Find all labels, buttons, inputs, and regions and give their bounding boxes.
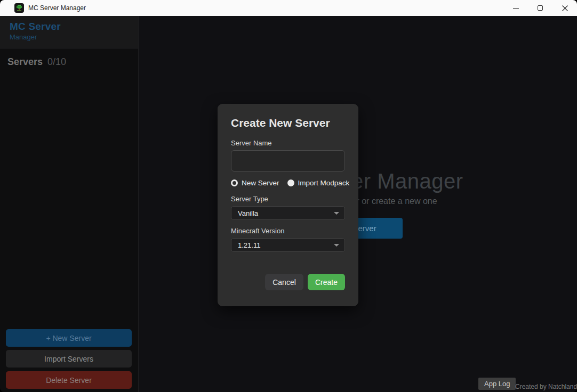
cancel-button[interactable]: Cancel [265, 274, 303, 290]
close-button[interactable] [552, 0, 577, 16]
app-window: MC Server Manager MC Server Manager Serv… [0, 0, 577, 392]
sidebar-import-servers-button[interactable]: Import Servers [6, 350, 132, 368]
maximize-button[interactable] [528, 0, 552, 16]
window-controls [503, 0, 577, 16]
radio-unselected-icon [287, 179, 294, 186]
credit-text: Created by Natchland [515, 383, 577, 390]
servers-header: Servers 0/10 [7, 56, 66, 68]
server-type-select[interactable]: Vanilla [231, 206, 345, 220]
minecraft-version-value: 1.21.11 [238, 241, 334, 249]
sidebar-delete-server-button[interactable]: Delete Server [6, 371, 132, 389]
radio-new-server-label: New Server [242, 179, 279, 187]
minecraft-version-select[interactable]: 1.21.11 [231, 238, 345, 252]
create-server-dialog: Create New Server Server Name New Server… [218, 104, 358, 306]
app-icon [14, 3, 24, 13]
window-title: MC Server Manager [28, 0, 86, 16]
app-logo-line2: Manager [10, 33, 138, 41]
minimize-button[interactable] [503, 0, 528, 16]
minecraft-version-label: Minecraft Version [231, 227, 345, 235]
dialog-footer: Cancel Create [231, 274, 345, 290]
server-type-value: Vanilla [238, 209, 334, 217]
app-logo: MC Server Manager [0, 16, 138, 48]
close-icon [562, 5, 568, 11]
server-name-input[interactable] [231, 150, 345, 172]
radio-new-server[interactable]: New Server [231, 179, 279, 187]
maximize-icon [538, 5, 543, 11]
server-type-label: Server Type [231, 195, 345, 203]
mode-radio-row: New Server Import Modpack [231, 179, 345, 187]
app-log-button[interactable]: App Log [478, 378, 516, 390]
app-logo-line1: MC Server [10, 21, 138, 32]
servers-count: 0/10 [47, 56, 66, 68]
sidebar: MC Server Manager Servers 0/10 + New Ser… [0, 16, 139, 392]
chevron-down-icon [334, 212, 339, 215]
titlebar: MC Server Manager [0, 0, 577, 16]
minimize-icon [513, 8, 519, 9]
server-name-label: Server Name [231, 139, 345, 147]
dialog-title: Create New Server [231, 117, 345, 129]
sidebar-new-server-button[interactable]: + New Server [6, 329, 132, 347]
servers-label: Servers [7, 56, 43, 68]
radio-selected-icon [231, 179, 238, 186]
chevron-down-icon [334, 244, 339, 247]
create-button[interactable]: Create [308, 274, 345, 290]
radio-import-modpack-label: Import Modpack [298, 179, 350, 187]
radio-import-modpack[interactable]: Import Modpack [287, 179, 350, 187]
